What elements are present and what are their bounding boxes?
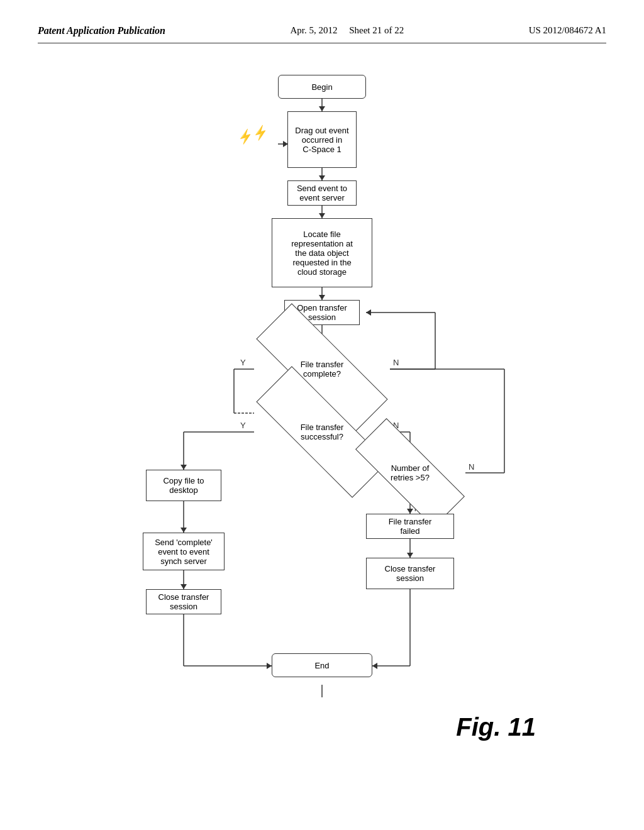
diagram-area: Y N Y N Y N ⚡ ⚡ Begin: [38, 62, 606, 754]
locate-file-label: Locate file representation at the data o…: [291, 230, 353, 277]
svg-text:⚡: ⚡: [251, 123, 270, 142]
svg-text:⚡: ⚡: [236, 127, 255, 146]
flowchart: Y N Y N Y N ⚡ ⚡ Begin: [102, 62, 542, 754]
svg-marker-7: [319, 295, 325, 300]
svg-text:Y: Y: [240, 358, 246, 367]
svg-text:N: N: [469, 462, 474, 472]
svg-marker-1: [319, 106, 325, 111]
header-date: Apr. 5, 2012: [290, 25, 337, 35]
file-transfer-successful-label: File transfer successful?: [301, 423, 344, 441]
svg-text:N: N: [393, 358, 399, 367]
svg-marker-13: [366, 309, 371, 316]
send-complete-box: Send 'complete' event to event synch ser…: [143, 533, 225, 570]
header-divider: [38, 43, 606, 43]
send-event-box: Send event to event server: [287, 180, 357, 206]
fig-label: Fig. 11: [456, 713, 536, 741]
number-retries-label: Number of retries >5?: [391, 463, 430, 482]
number-retries-diamond: Number of retries >5?: [355, 451, 465, 495]
svg-marker-3: [319, 175, 325, 180]
svg-marker-35: [180, 584, 187, 589]
locate-file-box: Locate file representation at the data o…: [272, 218, 372, 287]
copy-file-box: Copy file to desktop: [146, 470, 221, 501]
close-transfer-left-box: Close transfer session: [146, 589, 221, 614]
header-right: US 2012/084672 A1: [529, 25, 606, 36]
drag-out-box: Drag out event occurred in C-Space 1: [287, 111, 357, 168]
close-transfer-right-label: Close transfer session: [385, 564, 436, 583]
end-box: End: [272, 653, 372, 677]
header-sheet: Sheet 21 of 22: [349, 25, 404, 35]
begin-label: Begin: [311, 82, 332, 92]
page: Patent Application Publication Apr. 5, 2…: [0, 0, 644, 830]
file-transfer-failed-label: File transfer failed: [389, 517, 432, 536]
header-center: Apr. 5, 2012 Sheet 21 of 22: [290, 25, 404, 36]
svg-marker-38: [267, 663, 272, 669]
svg-marker-21: [180, 465, 187, 470]
svg-marker-41: [372, 663, 377, 669]
file-transfer-failed-box: File transfer failed: [366, 514, 454, 539]
send-complete-label: Send 'complete' event to event synch ser…: [155, 538, 213, 566]
svg-text:Y: Y: [240, 421, 246, 430]
send-event-label: Send event to event server: [297, 184, 347, 202]
drag-out-label: Drag out event occurred in C-Space 1: [295, 126, 348, 154]
svg-marker-5: [319, 213, 325, 218]
svg-marker-31: [407, 553, 413, 558]
header: Patent Application Publication Apr. 5, 2…: [38, 25, 606, 36]
close-transfer-right-box: Close transfer session: [366, 558, 454, 589]
svg-marker-33: [180, 528, 187, 533]
end-label: End: [314, 661, 329, 670]
svg-marker-26: [407, 509, 413, 514]
header-left: Patent Application Publication: [38, 25, 165, 36]
copy-file-label: Copy file to desktop: [163, 476, 204, 495]
close-transfer-left-label: Close transfer session: [158, 592, 209, 611]
file-transfer-complete-label: File transfer complete?: [301, 360, 344, 379]
begin-box: Begin: [278, 75, 366, 99]
